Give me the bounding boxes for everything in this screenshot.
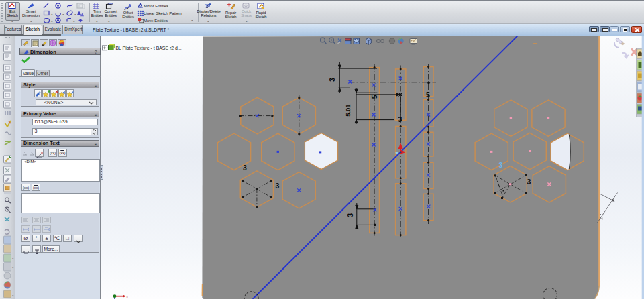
svg-text:-: - <box>62 11 64 17</box>
svg-text:-: - <box>12 246 14 251</box>
svg-text:5.01: 5.01 <box>345 104 352 117</box>
svg-text:-: - <box>12 265 14 270</box>
svg-text:3: 3 <box>527 178 531 186</box>
svg-text:3: 3 <box>347 213 355 217</box>
svg-text:-: - <box>62 3 64 9</box>
svg-text:3: 3 <box>499 161 503 169</box>
svg-text:-: - <box>73 18 75 23</box>
svg-text:-: - <box>74 3 76 9</box>
svg-text:3: 3 <box>328 78 336 82</box>
svg-text:-: - <box>51 11 53 17</box>
svg-text:-: - <box>12 292 14 297</box>
svg-text:-: - <box>74 11 76 17</box>
svg-text:-: - <box>51 18 53 23</box>
svg-text:3: 3 <box>276 182 280 190</box>
svg-text:-: - <box>12 255 14 260</box>
svg-text:-: - <box>51 3 53 9</box>
svg-text:5: 5 <box>370 95 378 99</box>
svg-text:BL Plate Texture - t BASE r2 d: BL Plate Texture - t BASE r2 d... <box>116 46 182 50</box>
svg-text:3: 3 <box>243 164 247 172</box>
